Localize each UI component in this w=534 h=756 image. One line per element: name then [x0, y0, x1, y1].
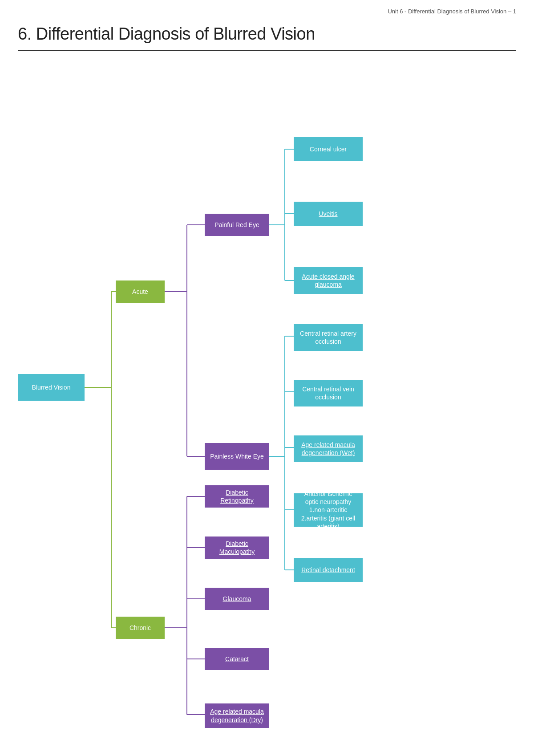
node-retinal-detachment[interactable]: Retinal detachment	[294, 558, 363, 582]
page-title: 6. Differential Diagnosis of Blurred Vis…	[18, 24, 315, 44]
node-crao: Central retinal artery occlusion	[294, 324, 363, 351]
title-underline	[18, 50, 516, 51]
node-chronic: Chronic	[116, 617, 165, 639]
node-acute: Acute	[116, 280, 165, 303]
page-header: Unit 6 - Differential Diagnosis of Blurr…	[388, 8, 516, 15]
node-diabetic-retinopathy[interactable]: Diabetic Retinopathy	[205, 485, 269, 508]
node-aion: Anterior ischemic optic neuropathy 1.non…	[294, 493, 363, 527]
node-amd-wet[interactable]: Age related macula degeneration (Wet)	[294, 435, 363, 462]
node-painless-white-eye: Painless White Eye	[205, 443, 269, 470]
node-diabetic-maculopathy[interactable]: Diabetic Maculopathy	[205, 537, 269, 559]
node-corneal-ulcer[interactable]: Corneal ulcer	[294, 137, 363, 161]
node-blurred-vision: Blurred Vision	[18, 374, 85, 401]
node-painful-red-eye: Painful Red Eye	[205, 214, 269, 236]
node-glaucoma-chronic[interactable]: Glaucoma	[205, 588, 269, 610]
node-crvo[interactable]: Central retinal vein occlusion	[294, 380, 363, 406]
node-cataract[interactable]: Cataract	[205, 648, 269, 670]
node-uveitis[interactable]: Uveitis	[294, 202, 363, 226]
node-amd-dry[interactable]: Age related macula degeneration (Dry)	[205, 703, 269, 728]
node-acag[interactable]: Acute closed angle glaucoma	[294, 267, 363, 294]
